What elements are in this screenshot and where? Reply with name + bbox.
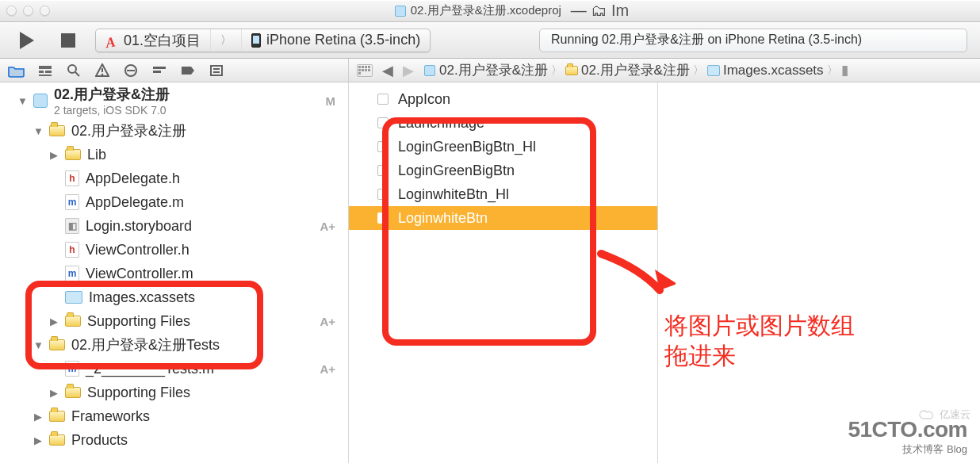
asset-item-appicon[interactable]: AppIcon (349, 87, 657, 111)
zoom-icon[interactable] (40, 6, 50, 16)
workspace: 02.用户登录&注册 2 targets, iOS SDK 7.0 M 02.用… (0, 82, 980, 463)
scheme-selector[interactable]: A 01.空白项目 〉 iPhone Retina (3.5-inch) (95, 29, 431, 52)
folder-icon (565, 66, 578, 75)
svg-point-7 (101, 73, 104, 75)
chevron-right-icon: 〉 (551, 63, 562, 78)
folder-icon (49, 411, 65, 422)
asset-label: LoginGreenBigBtn (398, 163, 515, 179)
svg-rect-3 (39, 75, 52, 76)
group-row[interactable]: Products (0, 428, 348, 452)
symbol-navigator-icon[interactable] (36, 62, 54, 79)
file-row[interactable]: h ViewController.h (0, 238, 348, 262)
group-row[interactable]: 02.用户登录&注册 (0, 119, 348, 143)
view-grid-icon[interactable] (357, 64, 373, 77)
file-row[interactable]: ◧ Login.storyboard A+ (0, 214, 348, 238)
back-button[interactable]: ◀ (382, 62, 393, 79)
file-label: ViewController.m (86, 266, 193, 282)
imageset-icon (377, 165, 389, 176)
group-label: Products (71, 432, 128, 449)
disclosure-triangle-icon[interactable] (49, 387, 59, 399)
project-title: 02.用户登录&注册 (54, 85, 170, 104)
status-text: Running 02.用户登录&注册 on iPhone Retina (3.5… (551, 32, 862, 48)
asset-detail-pane[interactable] (658, 82, 980, 463)
folder-icon (65, 149, 81, 160)
close-icon[interactable] (6, 6, 17, 16)
file-label: AppDelegate.h (86, 170, 180, 187)
group-row[interactable]: Supporting Files (0, 381, 348, 404)
disclosure-triangle-icon[interactable] (17, 95, 27, 107)
run-button[interactable] (13, 28, 41, 53)
disclosure-triangle-icon[interactable] (33, 339, 43, 351)
scm-badge: M (326, 94, 343, 108)
disclosure-triangle-icon[interactable] (49, 149, 59, 161)
asset-item[interactable]: LoginGreenBigBtn (349, 159, 657, 182)
annotation-text: 将图片或图片数组 拖进来 (664, 311, 855, 371)
file-row[interactable]: h AppDelegate.h (0, 166, 348, 190)
file-row[interactable]: m ViewController.m (0, 262, 348, 285)
scm-badge: A+ (320, 220, 342, 233)
storyboard-file-icon: ◧ (65, 218, 79, 234)
stop-button[interactable] (54, 28, 82, 53)
folder-icon (65, 387, 81, 398)
disclosure-triangle-icon[interactable] (49, 316, 59, 327)
header-file-icon: h (65, 242, 79, 258)
asset-label: LoginGreenBigBtn_Hl (398, 139, 536, 155)
disclosure-triangle-icon[interactable] (33, 125, 43, 137)
asset-item-selected[interactable]: LoginwhiteBtn (349, 206, 657, 230)
chevron-right-icon: 〉 (693, 63, 704, 78)
log-navigator-icon[interactable] (208, 62, 225, 79)
issue-navigator-icon[interactable] (94, 62, 111, 79)
imageset-icon (377, 212, 389, 224)
breadcrumb[interactable]: 02.用户登录&注册 〉 02.用户登录&注册 〉 Images.xcasset… (423, 61, 848, 79)
minimize-icon[interactable] (23, 6, 33, 16)
file-row[interactable]: m AppDelegate.m (0, 190, 348, 214)
project-navigator-icon[interactable] (8, 62, 25, 79)
breadcrumb-item[interactable]: 02.用户登录&注册 (439, 61, 548, 79)
breadcrumb-end-icon: ▮ (841, 62, 848, 78)
breakpoint-navigator-icon[interactable] (179, 62, 197, 79)
xcassets-icon (65, 291, 82, 304)
disclosure-triangle-icon[interactable] (33, 411, 43, 423)
file-row[interactable]: m _2________Tests.m A+ (0, 357, 348, 381)
group-row[interactable]: Frameworks (0, 404, 348, 428)
iphone-icon (251, 33, 261, 48)
window-titlebar: 02.用户登录&注册.xcodeproj — 🗂 Im (0, 0, 980, 22)
impl-file-icon: m (65, 266, 79, 281)
chevron-right-icon: 〉 (827, 63, 838, 78)
breadcrumb-item[interactable]: Images.xcassets (723, 63, 824, 78)
asset-item-launchimage[interactable]: LaunchImage (349, 111, 657, 135)
svg-rect-1 (39, 71, 44, 73)
group-label: 02.用户登录&注册Tests (71, 335, 220, 354)
debug-navigator-icon[interactable] (151, 62, 168, 79)
file-label: AppDelegate.m (86, 194, 184, 211)
folder-icon (49, 125, 65, 136)
disclosure-triangle-icon[interactable] (33, 434, 43, 446)
test-navigator-icon[interactable] (122, 62, 140, 79)
group-row[interactable]: Supporting Files A+ (0, 309, 348, 333)
impl-file-icon: m (65, 361, 79, 377)
folder-icon (49, 434, 65, 446)
asset-label: AppIcon (398, 91, 450, 108)
folder-icon (65, 316, 81, 327)
group-row[interactable]: Lib (0, 143, 348, 166)
file-label: ViewController.h (86, 242, 189, 258)
file-row-xcassets[interactable]: Images.xcassets (0, 285, 348, 309)
asset-item[interactable]: LoginwhiteBtn_Hl (349, 182, 657, 206)
breadcrumb-item[interactable]: 02.用户登录&注册 (581, 61, 690, 79)
window-title-suffix: — 🗂 Im (571, 2, 629, 20)
svg-point-4 (68, 65, 76, 73)
asset-item[interactable]: LoginGreenBigBtn_Hl (349, 135, 657, 159)
chevron-right-icon: 〉 (220, 33, 232, 48)
group-label: Supporting Files (87, 385, 190, 401)
jump-bar[interactable]: ◀ ▶ 02.用户登录&注册 〉 02.用户登录&注册 〉 Images.xca… (349, 59, 980, 82)
toolbar: A 01.空白项目 〉 iPhone Retina (3.5-inch) Run… (0, 22, 980, 59)
svg-rect-11 (153, 71, 161, 73)
project-row[interactable]: 02.用户登录&注册 2 targets, iOS SDK 7.0 M (0, 82, 348, 119)
navigator-bar: ◀ ▶ 02.用户登录&注册 〉 02.用户登录&注册 〉 Images.xca… (0, 59, 980, 82)
folder-icon (49, 339, 65, 350)
forward-button[interactable]: ▶ (403, 62, 414, 79)
group-row[interactable]: 02.用户登录&注册Tests (0, 333, 348, 357)
window-buttons (6, 6, 50, 16)
svg-line-5 (75, 72, 79, 76)
search-navigator-icon[interactable] (65, 62, 82, 79)
